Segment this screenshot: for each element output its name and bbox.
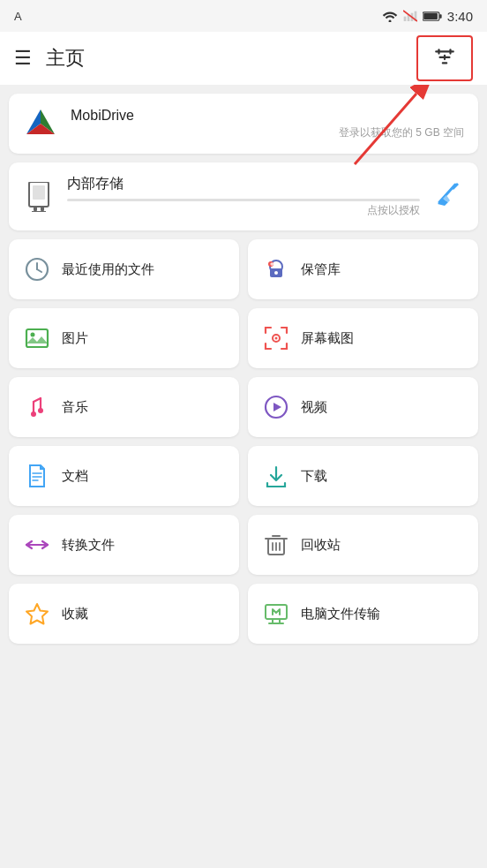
svg-line-29	[37, 269, 41, 272]
top-bar: ☰ 主页	[0, 32, 487, 85]
storage-icon	[23, 181, 55, 213]
star-icon	[23, 600, 51, 628]
mobidrive-subtitle: 登录以获取您的 5 GB 空间	[71, 125, 464, 140]
page-title: 主页	[46, 45, 85, 72]
keyboard-indicator: A	[14, 10, 22, 23]
video-label: 视频	[301, 399, 327, 416]
menu-item-transfer[interactable]: 电脑文件传输	[248, 584, 478, 644]
time-display: 3:40	[447, 9, 473, 24]
mobidrive-logo	[23, 106, 58, 141]
svg-point-36	[31, 333, 35, 337]
transfer-label: 电脑文件传输	[301, 606, 380, 623]
menu-item-convert[interactable]: 转换文件	[9, 515, 239, 575]
svg-rect-24	[41, 207, 44, 211]
convert-label: 转换文件	[62, 537, 115, 554]
svg-rect-1	[403, 17, 406, 21]
menu-item-music[interactable]: 音乐	[9, 377, 239, 437]
lock-icon: ❄	[262, 255, 290, 283]
menu-item-favorite[interactable]: 收藏	[9, 584, 239, 644]
vault-label: 保管库	[301, 261, 341, 278]
svg-marker-51	[26, 604, 48, 624]
music-label: 音乐	[62, 399, 88, 416]
menu-item-video[interactable]: 视频	[248, 377, 478, 437]
clean-icon	[432, 177, 464, 215]
battery-icon	[423, 11, 442, 22]
favorite-label: 收藏	[62, 606, 88, 623]
svg-point-40	[38, 408, 43, 413]
svg-point-38	[275, 337, 278, 340]
menu-grid: 最近使用的文件 ❄ 保管库	[9, 239, 478, 644]
mobidrive-title: MobiDrive	[71, 108, 464, 124]
filter-button[interactable]	[416, 35, 473, 81]
svg-rect-23	[34, 207, 37, 211]
svg-point-39	[31, 411, 36, 417]
menu-item-screenshot[interactable]: 屏幕截图	[248, 308, 478, 368]
music-icon	[23, 393, 51, 421]
doc-label: 文档	[62, 468, 88, 485]
storage-bar	[67, 199, 420, 201]
mobidrive-info: MobiDrive 登录以获取您的 5 GB 空间	[71, 108, 464, 140]
svg-rect-22	[33, 185, 45, 200]
svg-point-32	[274, 271, 278, 275]
svg-rect-7	[423, 12, 438, 19]
recent-label: 最近使用的文件	[62, 261, 154, 278]
menu-item-recycle[interactable]: 回收站	[248, 515, 478, 575]
menu-item-doc[interactable]: 文档	[9, 446, 239, 506]
top-bar-left: ☰ 主页	[14, 45, 85, 72]
status-bar-right: 3:40	[382, 9, 473, 24]
convert-icon	[23, 531, 51, 559]
video-icon	[262, 393, 290, 421]
filter-icon	[433, 49, 456, 68]
trash-icon	[262, 531, 290, 559]
svg-rect-35	[26, 329, 48, 347]
svg-text:❄: ❄	[270, 261, 273, 267]
wifi-icon	[382, 10, 398, 22]
storage-subtitle: 点按以授权	[67, 203, 420, 218]
download-icon	[262, 462, 290, 490]
status-bar: A 3:40	[0, 0, 487, 32]
transfer-icon	[262, 600, 290, 628]
download-label: 下载	[301, 468, 327, 485]
storage-card[interactable]: 内部存储 点按以授权	[9, 162, 478, 230]
status-bar-left: A	[14, 10, 22, 23]
screenshot-label: 屏幕截图	[301, 330, 354, 347]
storage-info: 内部存储 点按以授权	[67, 175, 420, 218]
svg-point-0	[388, 20, 391, 23]
main-content: MobiDrive 登录以获取您的 5 GB 空间 内部存储 点按以授权	[0, 85, 487, 653]
svg-rect-25	[32, 211, 46, 212]
menu-item-download[interactable]: 下载	[248, 446, 478, 506]
photo-label: 图片	[62, 330, 88, 347]
recycle-label: 回收站	[301, 537, 341, 554]
svg-rect-8	[439, 14, 441, 19]
screenshot-icon	[262, 324, 290, 352]
image-icon	[23, 324, 51, 352]
mobidrive-card[interactable]: MobiDrive 登录以获取您的 5 GB 空间	[9, 94, 478, 154]
storage-title: 内部存储	[67, 175, 420, 193]
menu-item-photo[interactable]: 图片	[9, 308, 239, 368]
clock-icon	[23, 255, 51, 283]
menu-item-recent[interactable]: 最近使用的文件	[9, 239, 239, 299]
signal-icon	[403, 10, 417, 22]
hamburger-button[interactable]: ☰	[14, 47, 32, 70]
menu-item-vault[interactable]: ❄ 保管库	[248, 239, 478, 299]
document-icon	[23, 462, 51, 490]
svg-marker-42	[273, 403, 281, 411]
